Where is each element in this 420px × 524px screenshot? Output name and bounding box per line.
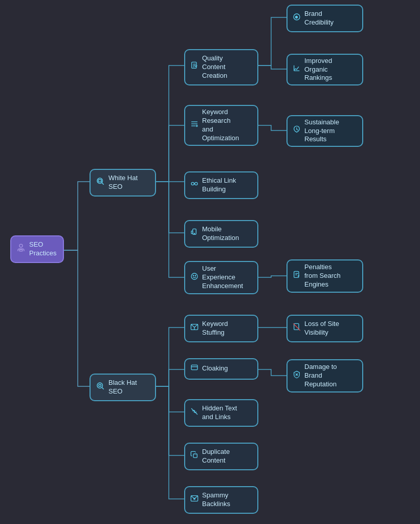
svg-rect-20 xyxy=(191,231,193,233)
spammy-backlinks-node: Spammy Backlinks xyxy=(184,486,258,514)
loss-site-vis-label: Loss of Site Visibility xyxy=(304,320,339,337)
white-hat-icon xyxy=(96,177,105,189)
improved-rankings-icon xyxy=(293,64,301,75)
penalties-label: Penalties from Search Engines xyxy=(304,263,341,289)
ethical-link-label: Ethical Link Building xyxy=(202,177,236,194)
white-hat-label: White Hat SEO xyxy=(108,174,138,191)
cloaking-icon xyxy=(190,363,198,375)
diagram: SEO Practices White Hat SEO Black Hat SE… xyxy=(0,0,420,524)
sustainable-results-node: Sustainable Long-term Results xyxy=(286,115,363,147)
svg-line-3 xyxy=(102,183,103,184)
brand-credibility-icon: © xyxy=(293,13,301,24)
sustainable-results-label: Sustainable Long-term Results xyxy=(304,118,339,144)
mobile-opt-label: Mobile Optimization xyxy=(202,225,239,243)
improved-rankings-label: Improved Organic Rankings xyxy=(304,57,332,83)
svg-point-16 xyxy=(191,182,194,185)
svg-rect-27 xyxy=(191,365,197,369)
damage-brand-icon xyxy=(293,370,301,382)
keyword-stuffing-label: Keyword Stuffing xyxy=(202,320,228,337)
sustainable-results-icon xyxy=(293,125,301,137)
black-hat-label: Black Hat SEO xyxy=(108,379,137,396)
root-icon xyxy=(16,243,26,255)
loss-site-vis-node: Loss of Site Visibility xyxy=(286,315,363,342)
svg-point-5 xyxy=(97,383,103,388)
user-exp-label: User Experience Enhancement xyxy=(202,265,243,291)
hidden-text-icon xyxy=(190,407,198,419)
mobile-opt-icon xyxy=(190,228,198,239)
brand-credibility-label: Brand Credibility xyxy=(304,10,334,27)
svg-rect-1 xyxy=(19,250,23,251)
keyword-stuffing-node: Keyword Stuffing xyxy=(184,315,258,342)
duplicate-content-node: Duplicate Content xyxy=(184,443,258,470)
cloaking-node: Cloaking xyxy=(184,358,258,380)
svg-rect-4 xyxy=(98,180,101,182)
cloaking-label: Cloaking xyxy=(202,364,228,373)
quality-content-label: Quality Content Creation xyxy=(202,54,227,80)
penalties-node: Penalties from Search Engines xyxy=(286,259,363,293)
spammy-backlinks-icon xyxy=(190,494,198,506)
keyword-stuffing-icon xyxy=(190,323,198,334)
svg-point-24 xyxy=(195,275,195,276)
duplicate-content-label: Duplicate Content xyxy=(202,448,230,465)
hidden-text-label: Hidden Text and Links xyxy=(202,404,237,422)
svg-point-0 xyxy=(19,244,23,247)
svg-text:©: © xyxy=(295,16,298,19)
user-exp-node: User Experience Enhancement xyxy=(184,261,258,294)
improved-rankings-node: Improved Organic Rankings xyxy=(286,54,363,85)
svg-point-21 xyxy=(194,233,194,234)
black-hat-node: Black Hat SEO xyxy=(90,374,156,401)
loss-site-vis-icon xyxy=(293,323,301,334)
damage-brand-node: Damage to Brand Reputation xyxy=(286,359,363,392)
keyword-research-node: Keyword Research and Optimization xyxy=(184,105,258,146)
ethical-link-icon xyxy=(190,180,198,191)
black-hat-icon xyxy=(96,381,105,394)
spammy-backlinks-label: Spammy Backlinks xyxy=(202,491,230,509)
white-hat-node: White Hat SEO xyxy=(90,169,156,196)
quality-content-icon xyxy=(190,61,198,73)
user-exp-icon xyxy=(190,272,198,283)
svg-line-29 xyxy=(191,408,197,414)
root-label: SEO Practices xyxy=(29,241,56,258)
damage-brand-label: Damage to Brand Reputation xyxy=(304,363,337,389)
svg-line-6 xyxy=(102,387,103,389)
penalties-icon xyxy=(293,271,301,282)
svg-point-15 xyxy=(196,125,197,127)
svg-point-17 xyxy=(195,182,197,185)
ethical-link-node: Ethical Link Building xyxy=(184,171,258,199)
keyword-research-icon xyxy=(190,120,198,131)
keyword-research-label: Keyword Research and Optimization xyxy=(202,108,239,143)
svg-rect-30 xyxy=(193,454,197,457)
quality-content-node: Quality Content Creation xyxy=(184,49,258,85)
mobile-opt-node: Mobile Optimization xyxy=(184,220,258,248)
svg-point-22 xyxy=(191,273,197,279)
svg-point-23 xyxy=(193,275,193,276)
duplicate-content-icon xyxy=(190,451,198,462)
brand-credibility-node: © Brand Credibility xyxy=(286,5,363,32)
root-node: SEO Practices xyxy=(10,235,64,263)
hidden-text-node: Hidden Text and Links xyxy=(184,399,258,427)
svg-point-7 xyxy=(99,384,101,387)
